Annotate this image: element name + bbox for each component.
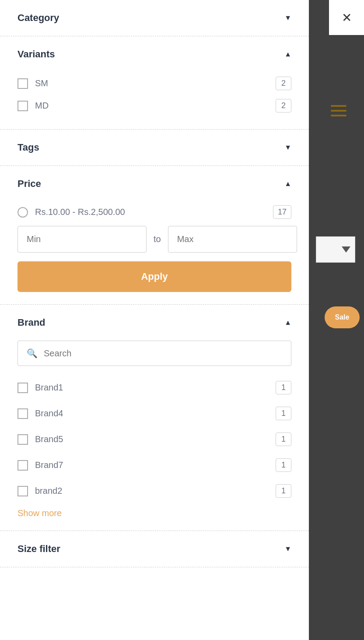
brand4-checkbox[interactable] (18, 408, 28, 419)
brand7-label: Brand7 (35, 460, 63, 470)
search-icon: 🔍 (27, 348, 38, 359)
bg-sale-button: Sale (325, 306, 360, 328)
price-range-text: Rs.10.00 - Rs.2,500.00 (35, 207, 125, 217)
bg-hamburger-icon (331, 105, 346, 118)
variant-md-label: MD (35, 101, 49, 111)
svg-rect-1 (331, 110, 346, 112)
brand-section: Brand ▲ 🔍 Brand1 1 Brand4 1 (0, 305, 309, 531)
size-filter-section: Size filter ▼ (0, 531, 309, 567)
close-button[interactable]: ✕ (329, 0, 364, 35)
size-filter-chevron-icon: ▼ (284, 545, 291, 553)
brand4-label: Brand4 (35, 408, 63, 418)
price-content: Rs.10.00 - Rs.2,500.00 17 to Apply (0, 202, 309, 304)
tags-chevron-icon: ▼ (284, 144, 291, 151)
show-more-button[interactable]: Show more (18, 508, 62, 518)
price-title: Price (18, 178, 41, 190)
brand1-label: Brand1 (35, 383, 63, 393)
filter-panel: Category ▼ Variants ▲ SM 2 MD 2 (0, 0, 309, 640)
brand5-checkbox[interactable] (18, 434, 28, 445)
variant-md-count: 2 (276, 99, 291, 113)
price-section: Price ▲ Rs.10.00 - Rs.2,500.00 17 to App… (0, 166, 309, 305)
svg-rect-0 (331, 105, 346, 107)
variants-content: SM 2 MD 2 (0, 72, 309, 129)
variants-header[interactable]: Variants ▲ (0, 36, 309, 72)
price-header[interactable]: Price ▲ (0, 166, 309, 202)
tags-section: Tags ▼ (0, 130, 309, 166)
brand-search-box: 🔍 (18, 341, 291, 366)
price-chevron-icon: ▲ (284, 180, 291, 188)
brand-content: 🔍 Brand1 1 Brand4 1 B (0, 341, 309, 531)
price-range-radio[interactable] (18, 207, 28, 218)
variant-sm-checkbox[interactable] (18, 78, 28, 89)
brand-item-brand4: Brand4 1 (18, 401, 291, 426)
tags-title: Tags (18, 142, 39, 153)
price-separator: to (154, 234, 161, 244)
brand-title: Brand (18, 317, 46, 328)
price-max-input[interactable] (168, 226, 297, 253)
price-range-option: Rs.10.00 - Rs.2,500.00 17 (18, 202, 291, 226)
price-inputs: to (18, 226, 291, 253)
brand5-label: Brand5 (35, 434, 63, 444)
variants-section: Variants ▲ SM 2 MD 2 (0, 36, 309, 130)
size-filter-header[interactable]: Size filter ▼ (0, 531, 309, 567)
brand7-count: 1 (276, 458, 291, 472)
brand1-checkbox[interactable] (18, 383, 28, 393)
variant-item-md: MD 2 (18, 95, 291, 117)
price-min-input[interactable] (18, 226, 147, 253)
brand5-count: 1 (276, 433, 291, 446)
variants-title: Variants (18, 49, 55, 60)
category-section: Category ▼ (0, 0, 309, 36)
brand-item-brand2: brand2 1 (18, 478, 291, 504)
variant-item-sm: SM 2 (18, 72, 291, 95)
brand-item-brand1: Brand1 1 (18, 375, 291, 401)
brand-item-brand7: Brand7 1 (18, 452, 291, 478)
variant-sm-count: 2 (276, 77, 291, 90)
brand2-count: 1 (276, 484, 291, 498)
brand-search-input[interactable] (44, 348, 282, 359)
bg-sort-dropdown (316, 236, 355, 263)
category-title: Category (18, 12, 59, 24)
variant-md-checkbox[interactable] (18, 101, 28, 111)
brand1-count: 1 (276, 381, 291, 394)
svg-rect-2 (331, 115, 346, 116)
brand-header[interactable]: Brand ▲ (0, 305, 309, 341)
brand2-label: brand2 (35, 486, 62, 496)
brand7-checkbox[interactable] (18, 460, 28, 471)
tags-header[interactable]: Tags ▼ (0, 130, 309, 165)
category-header[interactable]: Category ▼ (0, 0, 309, 36)
variant-sm-label: SM (35, 78, 48, 88)
brand-item-brand5: Brand5 1 (18, 426, 291, 452)
svg-marker-3 (342, 246, 350, 253)
brand4-count: 1 (276, 407, 291, 420)
brand2-checkbox[interactable] (18, 486, 28, 496)
size-filter-title: Size filter (18, 543, 60, 555)
price-range-count: 17 (273, 205, 291, 219)
category-chevron-icon: ▼ (284, 14, 291, 22)
brand-chevron-icon: ▲ (284, 319, 291, 327)
variants-chevron-icon: ▲ (284, 50, 291, 58)
apply-button[interactable]: Apply (18, 261, 291, 292)
